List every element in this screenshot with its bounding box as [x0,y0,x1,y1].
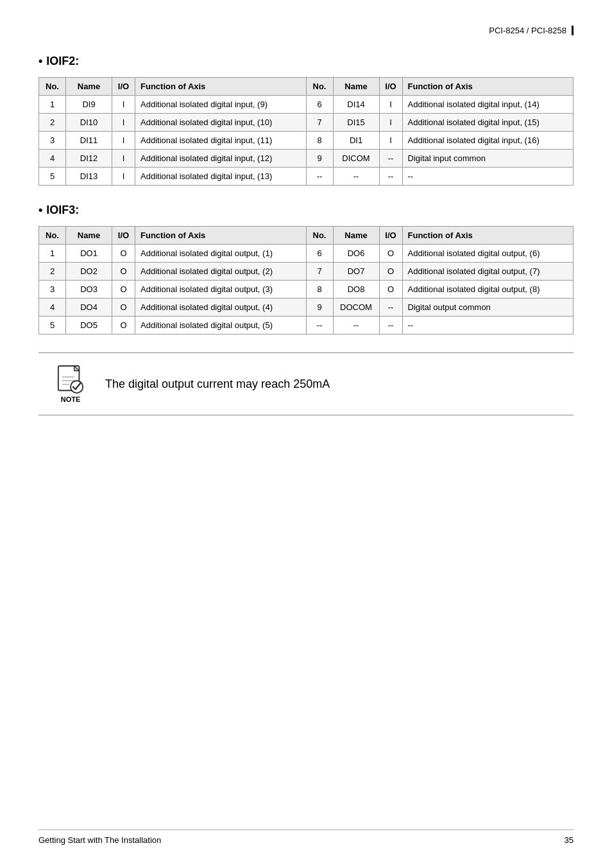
cell-name2: DI1 [333,132,379,150]
cell-name2: DO6 [333,245,379,263]
cell-name2: DI15 [333,114,379,132]
th-func2: Function of Axis [402,78,574,96]
cell-no2: 8 [306,281,333,299]
page-header: PCI-8254 / PCI-8258 [38,26,574,35]
page-footer: Getting Start with The Installation 35 [38,829,574,845]
cell-name1: DI12 [66,150,112,168]
cell-io1: O [112,317,135,334]
cell-func1: Additional isolated digital input, (11) [135,132,307,150]
table-row: 2 DO2 O Additional isolated digital outp… [39,263,574,281]
cell-func1: Additional isolated digital output, (4) [135,299,307,317]
cell-no1: 2 [39,114,66,132]
cell-no2: -- [306,317,333,334]
th-func1: Function of Axis [135,227,307,245]
th-name2: Name [333,227,379,245]
table-row: 1 DI9 I Additional isolated digital inpu… [39,96,574,114]
th-io2: I/O [379,78,402,96]
table-row: 3 DO3 O Additional isolated digital outp… [39,281,574,299]
table-row: 5 DI13 I Additional isolated digital inp… [39,168,574,186]
cell-name2: DO7 [333,263,379,281]
cell-io2: O [379,263,402,281]
cell-io2: -- [379,299,402,317]
th-name1: Name [66,227,112,245]
th-io2: I/O [379,227,402,245]
ioif3-section: •IOIF3: No. Name I/O Function of Axis No… [38,204,574,334]
cell-no1: 1 [39,96,66,114]
cell-func2: Digital output common [402,299,574,317]
cell-io1: O [112,245,135,263]
cell-io1: I [112,168,135,186]
th-no2: No. [306,78,333,96]
cell-name2: -- [333,317,379,334]
ioif3-title: •IOIF3: [38,204,574,217]
cell-func2: Digital input common [402,150,574,168]
cell-io1: O [112,299,135,317]
cell-name1: DO4 [66,299,112,317]
cell-name1: DO3 [66,281,112,299]
note-checkmark-icon [55,365,86,394]
cell-no1: 4 [39,299,66,317]
footer-right: 35 [565,835,574,845]
th-io1: I/O [112,227,135,245]
cell-no1: 1 [39,245,66,263]
th-no1: No. [39,227,66,245]
cell-func1: Additional isolated digital output, (5) [135,317,307,334]
cell-func2: -- [402,317,574,334]
cell-func1: Additional isolated digital output, (1) [135,245,307,263]
table-row: 2 DI10 I Additional isolated digital inp… [39,114,574,132]
cell-func2: Additional isolated digital output, (8) [402,281,574,299]
cell-no1: 3 [39,281,66,299]
cell-io1: I [112,114,135,132]
cell-name2: -- [333,168,379,186]
note-text: The digital output current may reach 250… [105,378,330,391]
cell-func1: Additional isolated digital input, (13) [135,168,307,186]
footer-left: Getting Start with The Installation [38,835,161,845]
cell-io1: I [112,132,135,150]
note-icon-container: NOTE [51,365,90,403]
th-io1: I/O [112,78,135,96]
cell-func2: -- [402,168,574,186]
cell-io1: O [112,263,135,281]
cell-func1: Additional isolated digital input, (12) [135,150,307,168]
cell-no1: 4 [39,150,66,168]
cell-io2: O [379,245,402,263]
cell-no2: 6 [306,96,333,114]
table-row: 4 DO4 O Additional isolated digital outp… [39,299,574,317]
cell-name1: DI9 [66,96,112,114]
table-row: 5 DO5 O Additional isolated digital outp… [39,317,574,334]
cell-name1: DO2 [66,263,112,281]
cell-io1: I [112,150,135,168]
cell-no1: 3 [39,132,66,150]
cell-io2: I [379,132,402,150]
cell-no2: 7 [306,263,333,281]
table-row: 3 DI11 I Additional isolated digital inp… [39,132,574,150]
cell-no1: 2 [39,263,66,281]
table-row: 4 DI12 I Additional isolated digital inp… [39,150,574,168]
cell-io2: -- [379,317,402,334]
cell-name2: DO8 [333,281,379,299]
cell-func2: Additional isolated digital input, (15) [402,114,574,132]
th-no1: No. [39,78,66,96]
cell-no2: 9 [306,299,333,317]
cell-io1: I [112,96,135,114]
cell-no2: 8 [306,132,333,150]
th-name1: Name [66,78,112,96]
cell-name1: DO5 [66,317,112,334]
cell-io2: O [379,281,402,299]
ioif2-section: •IOIF2: No. Name I/O Function of Axis No… [38,55,574,186]
cell-func2: Additional isolated digital input, (16) [402,132,574,150]
cell-name2: DICOM [333,150,379,168]
cell-func1: Additional isolated digital output, (2) [135,263,307,281]
cell-name1: DI13 [66,168,112,186]
cell-no1: 5 [39,168,66,186]
cell-func1: Additional isolated digital output, (3) [135,281,307,299]
ioif3-table: No. Name I/O Function of Axis No. Name I… [38,226,574,334]
cell-no2: 7 [306,114,333,132]
cell-no2: 9 [306,150,333,168]
cell-name1: DO1 [66,245,112,263]
ioif2-title: •IOIF2: [38,55,574,68]
note-box: NOTE The digital output current may reac… [38,352,574,415]
th-func1: Function of Axis [135,78,307,96]
cell-no1: 5 [39,317,66,334]
th-name2: Name [333,78,379,96]
